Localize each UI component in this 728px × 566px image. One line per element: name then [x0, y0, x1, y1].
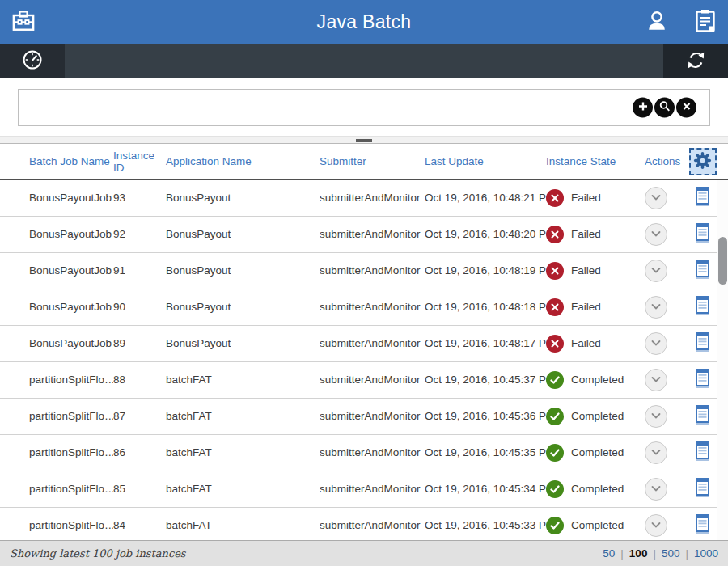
chevron-down-icon — [650, 446, 662, 458]
search-button[interactable] — [654, 97, 675, 117]
column-settings-button[interactable] — [689, 148, 717, 175]
view-log-button[interactable] — [695, 260, 710, 281]
tasks-button[interactable] — [691, 0, 720, 44]
cell-submitter: submitterAndMonitor — [320, 361, 425, 398]
status-label: Failed — [571, 301, 601, 313]
chevron-down-icon — [650, 192, 662, 204]
cell-instance-id: 88 — [113, 361, 166, 398]
page-size-selector: 50 | 100 | 500 | 1000 — [603, 547, 718, 560]
cell-batch-job-name: BonusPayoutJob — [0, 216, 113, 252]
cell-last-update: Oct 19, 2016, 10:48:18 PM — [425, 289, 546, 325]
add-filter-button[interactable] — [633, 97, 653, 117]
page-size-100[interactable]: 100 — [629, 547, 648, 560]
page-size-500[interactable]: 500 — [662, 547, 680, 560]
dashboard-button[interactable] — [0, 44, 65, 78]
view-log-button[interactable] — [695, 296, 710, 318]
cell-actions — [635, 434, 684, 471]
vertical-scrollbar[interactable] — [717, 180, 728, 540]
status-label: Completed — [571, 519, 624, 531]
cell-application-name: batchFAT — [166, 434, 320, 471]
status-text: Showing latest 100 job instances — [10, 547, 186, 560]
view-log-button[interactable] — [695, 187, 710, 209]
cell-batch-job-name: partitionSplitFlo… — [0, 434, 113, 471]
column-header-batch-job-name[interactable]: Batch Job Name — [0, 144, 113, 180]
refresh-button[interactable] — [663, 44, 728, 78]
splitter-handle-icon[interactable] — [356, 139, 372, 142]
actions-menu-button[interactable] — [645, 296, 667, 319]
cell-application-name: BonusPayout — [166, 180, 320, 216]
actions-menu-button[interactable] — [645, 223, 667, 246]
column-header-instance-state[interactable]: Instance State — [546, 144, 635, 180]
cell-instance-id: 87 — [113, 398, 166, 434]
cell-last-update: Oct 19, 2016, 10:45:35 PM — [425, 434, 546, 471]
cell-submitter: submitterAndMonitor — [320, 252, 425, 289]
job-table-body: BonusPayoutJob 93 BonusPayout submitterA… — [0, 180, 728, 540]
log-file-icon — [695, 369, 710, 391]
view-log-button[interactable] — [695, 332, 710, 354]
cell-actions — [635, 289, 684, 325]
column-header-actions: Actions — [635, 144, 684, 180]
search-input[interactable] — [19, 90, 709, 125]
status-icon — [546, 408, 564, 425]
table-row: partitionSplitFlo… 88 batchFAT submitter… — [0, 361, 728, 398]
cell-actions — [635, 398, 684, 434]
cell-instance-state: Failed — [546, 216, 635, 252]
chevron-down-icon — [650, 374, 662, 386]
cell-batch-job-name: BonusPayoutJob — [0, 289, 113, 325]
actions-menu-button[interactable] — [645, 187, 667, 209]
cell-instance-state: Failed — [546, 252, 635, 289]
actions-menu-button[interactable] — [645, 405, 667, 428]
table-row: BonusPayoutJob 93 BonusPayout submitterA… — [0, 180, 728, 216]
job-instances-table: Batch Job Name Instance ID Application N… — [0, 144, 728, 540]
cell-instance-state: Completed — [546, 471, 635, 507]
view-log-button[interactable] — [695, 405, 710, 427]
actions-menu-button[interactable] — [645, 441, 667, 464]
separator: | — [653, 547, 656, 560]
page-size-1000[interactable]: 1000 — [694, 547, 718, 560]
page-size-50[interactable]: 50 — [603, 547, 615, 560]
cell-application-name: batchFAT — [166, 361, 320, 398]
view-log-button[interactable] — [695, 369, 710, 391]
cell-application-name: BonusPayout — [166, 216, 320, 252]
status-icon — [546, 335, 564, 353]
cell-instance-id: 86 — [113, 434, 166, 471]
actions-menu-button[interactable] — [645, 260, 667, 282]
cell-last-update: Oct 19, 2016, 10:48:19 PM — [425, 252, 546, 289]
cell-application-name: batchFAT — [166, 398, 320, 434]
cell-instance-id: 93 — [113, 180, 166, 216]
cell-batch-job-name: partitionSplitFlo… — [0, 507, 113, 540]
chevron-down-icon — [650, 519, 662, 531]
cell-last-update: Oct 19, 2016, 10:45:34 PM — [425, 471, 546, 507]
status-icon — [546, 371, 564, 389]
view-log-button[interactable] — [695, 223, 710, 245]
status-label: Failed — [571, 228, 601, 240]
view-log-button[interactable] — [695, 441, 710, 463]
search-buttons — [633, 97, 696, 117]
panel-splitter[interactable] — [0, 136, 728, 144]
view-log-button[interactable] — [695, 478, 710, 500]
cell-submitter: submitterAndMonitor — [320, 325, 425, 361]
refresh-icon — [685, 49, 707, 74]
column-header-application-name[interactable]: Application Name — [166, 144, 320, 180]
clear-search-button[interactable] — [676, 97, 696, 117]
table-row: BonusPayoutJob 89 BonusPayout submitterA… — [0, 325, 728, 361]
actions-menu-button[interactable] — [645, 332, 667, 355]
separator: | — [620, 547, 624, 560]
view-log-button[interactable] — [695, 514, 710, 536]
log-file-icon — [695, 332, 710, 354]
status-label: Completed — [571, 410, 624, 422]
actions-menu-button[interactable] — [645, 369, 667, 391]
scrollbar-thumb[interactable] — [718, 237, 727, 285]
chevron-down-icon — [650, 264, 662, 277]
cell-actions — [635, 252, 684, 289]
log-file-icon — [695, 514, 710, 536]
column-header-instance-id[interactable]: Instance ID — [113, 144, 166, 180]
column-header-submitter[interactable]: Submitter — [320, 144, 425, 180]
actions-menu-button[interactable] — [645, 478, 667, 501]
cell-submitter: submitterAndMonitor — [320, 434, 425, 471]
gear-icon — [693, 151, 712, 172]
status-icon — [546, 517, 564, 534]
actions-menu-button[interactable] — [645, 514, 667, 537]
column-header-last-update[interactable]: Last Update — [425, 144, 546, 180]
user-button[interactable] — [642, 0, 671, 44]
